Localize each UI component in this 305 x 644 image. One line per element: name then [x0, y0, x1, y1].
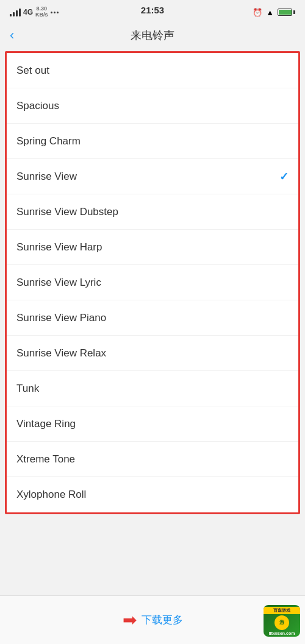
ringtone-label: Tunk — [16, 383, 39, 395]
ringtone-label: Spring Charm — [16, 135, 81, 147]
list-item[interactable]: Sunrise View Piano — [7, 300, 298, 336]
list-item[interactable]: Sunrise View Dubstep — [7, 194, 298, 230]
list-item[interactable]: Xylophone Roll — [7, 477, 298, 512]
status-left: 4G 8.30 KB/s — [10, 6, 59, 18]
data-speed: 8.30 KB/s — [35, 6, 48, 18]
ringtone-label: Xtreme Tone — [16, 453, 75, 465]
status-dots — [51, 12, 59, 13]
battery-icon — [278, 9, 295, 16]
wifi-icon: ▲ — [266, 8, 274, 17]
watermark-middle: 游 — [273, 614, 290, 631]
back-button[interactable]: ‹ — [10, 27, 14, 43]
watermark-label: 百森游戏 — [264, 607, 300, 614]
status-time: 21:53 — [141, 5, 164, 15]
selected-checkmark: ✓ — [279, 170, 289, 183]
ringtone-list: Set outSpaciousSpring CharmSunrise View✓… — [7, 53, 298, 512]
list-item[interactable]: Sunrise View Lyric — [7, 265, 298, 300]
status-bar: 4G 8.30 KB/s 21:53 ⏰ ▲ — [0, 0, 305, 22]
watermark: 百森游戏 游 lfbaisen.com — [264, 605, 300, 637]
nav-header: ‹ 来电铃声 — [0, 22, 305, 49]
ringtone-label: Sunrise View — [16, 171, 77, 183]
list-item[interactable]: Xtreme Tone — [7, 442, 298, 477]
list-item[interactable]: Spacious — [7, 88, 298, 124]
list-item[interactable]: Sunrise View Relax — [7, 336, 298, 371]
watermark-url: lfbaisen.com — [269, 631, 295, 635]
download-more-button[interactable]: 下载更多 — [142, 613, 183, 627]
list-item[interactable]: Sunrise View Harp — [7, 230, 298, 265]
ringtone-label: Sunrise View Relax — [16, 347, 106, 359]
list-item[interactable]: Set out — [7, 53, 298, 88]
content-wrapper: Set outSpaciousSpring CharmSunrise View✓… — [5, 51, 300, 514]
ringtone-label: Xylophone Roll — [16, 489, 86, 501]
arrow-right-icon: ➡ — [123, 610, 137, 630]
ringtone-label: Sunrise View Harp — [16, 241, 102, 253]
alarm-icon: ⏰ — [253, 8, 262, 17]
list-item[interactable]: Tunk — [7, 371, 298, 406]
signal-icon — [10, 8, 21, 16]
list-item[interactable]: Spring Charm — [7, 124, 298, 159]
ringtone-label: Vintage Ring — [16, 418, 76, 430]
page-title: 来电铃声 — [131, 28, 174, 43]
ringtone-label: Set out — [16, 65, 49, 77]
ringtone-label: Sunrise View Dubstep — [16, 206, 118, 218]
status-right: ⏰ ▲ — [253, 8, 295, 17]
arrow-container: ➡ 下载更多 — [123, 610, 183, 630]
ringtone-label: Sunrise View Lyric — [16, 277, 101, 289]
bottom-bar: ➡ 下载更多 百森游戏 游 lfbaisen.com — [0, 595, 305, 644]
ringtone-label: Spacious — [16, 100, 59, 112]
ringtone-label: Sunrise View Piano — [16, 312, 106, 324]
list-item[interactable]: Sunrise View✓ — [7, 159, 298, 194]
list-item[interactable]: Vintage Ring — [7, 406, 298, 442]
network-type: 4G — [23, 8, 33, 16]
